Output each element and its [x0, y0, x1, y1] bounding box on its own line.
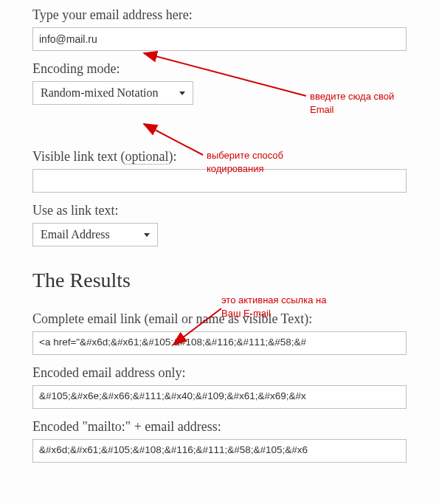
visible-link-label-pre: Visible link text ( [32, 149, 125, 164]
complete-link-label: Complete email link (email or name as vi… [32, 311, 407, 327]
visible-link-label-optional: optional [125, 149, 168, 165]
encoding-select-value: Random-mixed Notation [41, 86, 159, 100]
mailto-output[interactable]: &#x6d;&#x61;&#105;&#108;&#116;&#111;&#58… [32, 439, 407, 463]
results-heading: The Results [32, 269, 407, 292]
encoding-label: Encoding mode: [32, 61, 407, 77]
email-label: Type your email address here: [32, 7, 407, 23]
mailto-label: Encoded "mailto:" + email address: [32, 419, 407, 435]
visible-link-label-post: ): [168, 149, 176, 164]
use-as-select-value: Email Address [41, 228, 110, 241]
use-as-select[interactable]: Email Address [32, 223, 158, 246]
chevron-down-icon [179, 92, 185, 95]
encoded-only-label: Encoded email address only: [32, 365, 407, 381]
visible-link-label: Visible link text (optional): [32, 149, 407, 165]
visible-link-input[interactable] [32, 169, 407, 193]
complete-link-output[interactable]: <a href="&#x6d;&#x61;&#105;&#108;&#116;&… [32, 331, 407, 355]
use-as-label: Use as link text: [32, 203, 407, 218]
encoding-select[interactable]: Random-mixed Notation [32, 81, 193, 105]
chevron-down-icon [144, 233, 150, 237]
encoded-only-output[interactable]: &#105;&#x6e;&#x66;&#111;&#x40;&#109;&#x6… [32, 385, 407, 409]
email-input[interactable] [32, 27, 407, 51]
